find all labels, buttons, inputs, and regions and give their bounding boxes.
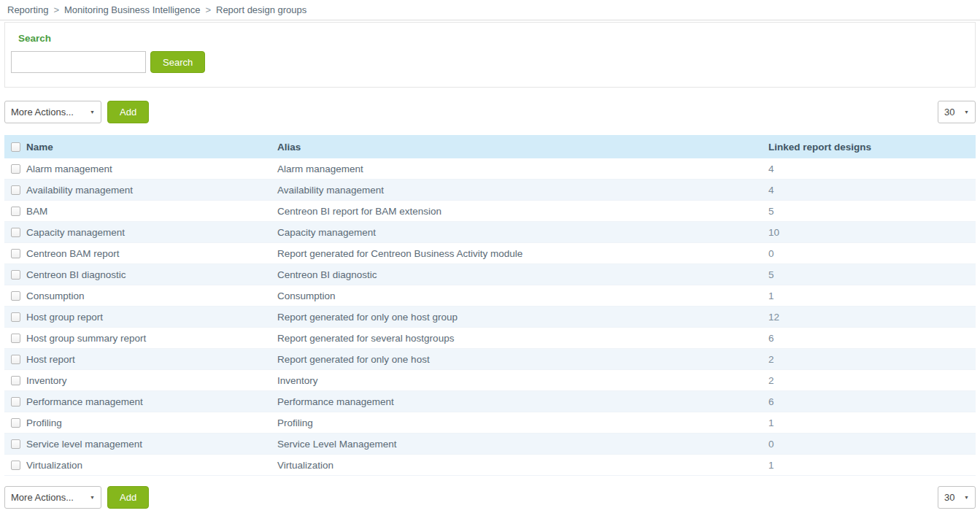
search-panel: Search Search [4,22,976,88]
row-alias: Availability management [277,185,768,196]
row-checkbox[interactable] [11,334,20,343]
select-all-checkbox[interactable] [11,142,20,152]
search-button[interactable]: Search [150,51,205,73]
toolbar-top: More Actions... ▼ Add 30 ▼ [4,101,976,123]
row-checkbox[interactable] [11,439,20,449]
column-header-linked-report-designs[interactable]: Linked report designs [768,142,976,153]
row-checkbox[interactable] [11,376,20,385]
row-checkbox[interactable] [11,249,20,258]
table-row: Capacity management Capacity management … [4,222,976,243]
table-header-row: Name Alias Linked report designs [4,135,976,158]
row-checkbox[interactable] [11,228,20,237]
table-row: Host report Report generated for only on… [4,349,976,370]
page-size-value: 30 [944,492,954,503]
table-row: Centreon BI diagnostic Centreon BI diagn… [4,264,976,285]
table-row: Profiling Profiling 1 [4,412,976,434]
table-row: Performance management Performance manag… [4,391,976,412]
row-name[interactable]: Availability management [26,185,277,196]
row-checkbox[interactable] [11,397,20,407]
table-row: Host group summary report Report generat… [4,328,976,349]
search-section-title: Search [18,33,975,44]
row-name[interactable]: Host group summary report [26,333,277,344]
table-row: BAM Centreon BI report for BAM extension… [4,201,976,222]
row-alias: Report generated for only one host [277,354,768,365]
table-row: Consumption Consumption 1 [4,285,976,307]
row-linked-count: 1 [768,290,976,301]
table-row: Availability management Availability man… [4,180,976,201]
breadcrumb-separator-icon: > [53,4,59,15]
row-alias: Capacity management [277,227,768,238]
row-linked-count: 10 [768,227,976,238]
row-checkbox[interactable] [11,355,20,364]
breadcrumb-separator-icon: > [205,4,211,15]
row-linked-count: 0 [768,248,976,259]
row-name[interactable]: Centreon BAM report [26,248,277,259]
row-linked-count: 5 [768,269,976,280]
row-checkbox[interactable] [11,291,20,301]
row-name[interactable]: BAM [26,206,277,217]
row-linked-count: 6 [768,396,976,407]
page-size-select-bottom[interactable]: 30 ▼ [938,486,976,509]
row-name[interactable]: Centreon BI diagnostic [26,269,277,280]
row-checkbox[interactable] [11,312,20,322]
column-header-alias[interactable]: Alias [277,142,768,153]
breadcrumb-link-monitoring-business-intelligence[interactable]: Monitoring Business Intelligence [64,4,200,15]
row-linked-count: 1 [768,460,976,471]
row-checkbox[interactable] [11,270,20,280]
row-linked-count: 12 [768,312,976,323]
row-name[interactable]: Consumption [26,290,277,301]
row-alias: Alarm management [277,163,768,174]
row-alias: Centreon BI diagnostic [277,269,768,280]
row-alias: Consumption [277,290,768,301]
chevron-down-icon: ▼ [964,495,969,500]
table-row: Centreon BAM report Report generated for… [4,243,976,264]
row-checkbox[interactable] [11,418,20,428]
row-checkbox[interactable] [11,461,20,470]
table-row: Host group report Report generated for o… [4,307,976,328]
table-row: Virtualization Virtualization 1 [4,455,976,476]
row-name[interactable]: Alarm management [26,163,277,174]
row-linked-count: 4 [768,163,976,174]
page-size-select[interactable]: 30 ▼ [938,101,976,123]
row-alias: Service Level Management [277,439,768,450]
row-checkbox[interactable] [11,207,20,216]
toolbar-bottom: More Actions... ▼ Add 30 ▼ [4,486,976,509]
add-button[interactable]: Add [107,101,149,123]
row-alias: Inventory [277,375,768,386]
row-name[interactable]: Profiling [26,417,277,428]
row-name[interactable]: Host report [26,354,277,365]
row-alias: Report generated for Centreon Business A… [277,248,768,259]
breadcrumb-link-reporting[interactable]: Reporting [7,4,48,15]
row-name[interactable]: Service level management [26,439,277,450]
chevron-down-icon: ▼ [964,109,969,115]
table-row: Service level management Service Level M… [4,434,976,455]
more-actions-label: More Actions... [11,492,74,503]
row-linked-count: 0 [768,439,976,450]
search-input[interactable] [11,51,146,73]
row-name[interactable]: Performance management [26,396,277,407]
row-linked-count: 5 [768,206,976,217]
more-actions-select-bottom[interactable]: More Actions... ▼ [4,486,101,509]
page-size-value: 30 [944,107,954,118]
row-alias: Report generated for only one host group [277,312,768,323]
row-linked-count: 2 [768,354,976,365]
row-name[interactable]: Inventory [26,375,277,386]
table-row: Inventory Inventory 2 [4,370,976,391]
chevron-down-icon: ▼ [90,109,95,115]
more-actions-select[interactable]: More Actions... ▼ [4,101,101,123]
row-alias: Profiling [277,417,768,428]
row-checkbox[interactable] [11,164,20,174]
breadcrumb-link-report-design-groups[interactable]: Report design groups [216,4,306,15]
add-button-bottom[interactable]: Add [107,486,149,509]
row-linked-count: 2 [768,375,976,386]
row-name[interactable]: Virtualization [26,460,277,471]
row-alias: Virtualization [277,460,768,471]
column-header-name[interactable]: Name [26,142,277,153]
row-name[interactable]: Host group report [26,312,277,323]
breadcrumb: Reporting > Monitoring Business Intellig… [0,0,980,20]
row-alias: Report generated for several hostgroups [277,333,768,344]
report-design-groups-table: Name Alias Linked report designs Alarm m… [4,135,976,476]
row-checkbox[interactable] [11,185,20,195]
row-name[interactable]: Capacity management [26,227,277,238]
chevron-down-icon: ▼ [90,495,95,500]
